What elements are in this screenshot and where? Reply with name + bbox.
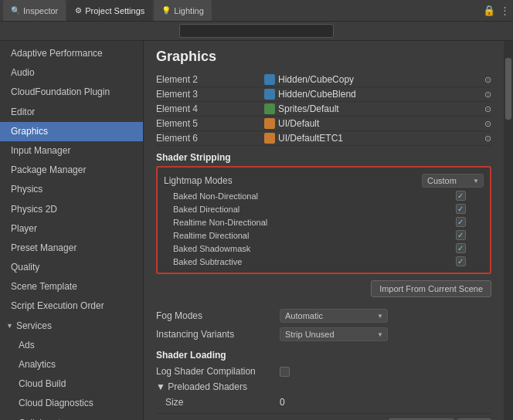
size-value: 0	[280, 397, 491, 408]
preloaded-shaders-label: ▼ Preloaded Shaders	[156, 381, 280, 392]
baked-shadowmask-label: Baked Shadowmask	[164, 244, 437, 253]
sidebar-item-scene-template[interactable]: Scene Template	[0, 277, 143, 296]
lightmap-modes-dropdown-wrap: Custom Automatic Manual	[422, 174, 484, 188]
sidebar-item-label: CloudFoundation Plugin	[11, 85, 110, 100]
element-clear-icon[interactable]: ⊙	[484, 90, 491, 100]
import-from-scene-button[interactable]: Import From Current Scene	[371, 280, 491, 297]
sidebar-item-ads[interactable]: Ads	[0, 336, 143, 355]
expand-arrow-icon: ▼	[6, 320, 13, 331]
instancing-variants-dropdown-wrap: Strip Unused Keep All	[280, 327, 388, 341]
sidebar-item-label: Adaptive Performance	[11, 46, 103, 61]
sidebar-item-adaptive-performance[interactable]: Adaptive Performance	[0, 44, 143, 63]
sidebar-item-preset-manager[interactable]: Preset Manager	[0, 239, 143, 258]
fog-modes-label: Fog Modes	[156, 310, 280, 321]
realtime-directional-row: Realtime Directional	[164, 229, 484, 242]
element-label: Element 3	[156, 89, 264, 100]
sidebar-item-label: Scene Template	[11, 279, 77, 294]
sidebar-item-package-manager[interactable]: Package Manager	[0, 161, 143, 180]
sidebar-item-script-execution-order[interactable]: Script Execution Order	[0, 296, 143, 316]
sidebar-item-label: Physics 2D	[11, 202, 57, 217]
sidebar-item-input-manager[interactable]: Input Manager	[0, 141, 143, 161]
fog-modes-select[interactable]: Automatic Manual	[280, 309, 388, 323]
element-icon	[264, 74, 275, 85]
instancing-variants-label: Instancing Variants	[156, 329, 280, 340]
scrollbar[interactable]	[504, 41, 513, 420]
sidebar-item-label: Ads	[19, 338, 35, 353]
baked-non-directional-checkbox[interactable]	[456, 191, 466, 201]
sidebar-item-collaborate[interactable]: Collaborate	[0, 414, 143, 420]
baked-subtractive-row: Baked Subtractive	[164, 255, 484, 268]
tab-inspector[interactable]: 🔍 Inspector	[3, 0, 66, 21]
sidebar-item-audio[interactable]: Audio	[0, 63, 143, 83]
element-clear-icon[interactable]: ⊙	[484, 75, 491, 85]
element-value: UI/DefaultETC1	[264, 133, 481, 144]
instancing-variants-select[interactable]: Strip Unused Keep All	[280, 327, 388, 341]
scroll-thumb[interactable]	[505, 58, 511, 120]
search-input[interactable]	[179, 24, 334, 38]
table-row: Element 3 Hidden/CubeBlend ⊙	[156, 87, 491, 102]
lightmap-modes-select[interactable]: Custom Automatic Manual	[422, 174, 484, 188]
shader-loading-header: Shader Loading	[156, 350, 491, 361]
inspector-icon: 🔍	[11, 6, 20, 15]
table-row: Element 4 Sprites/Default ⊙	[156, 102, 491, 117]
sidebar-item-quality[interactable]: Quality	[0, 258, 143, 277]
instancing-variants-row: Instancing Variants Strip Unused Keep Al…	[156, 325, 491, 344]
realtime-directional-checkbox[interactable]	[456, 230, 466, 240]
sidebar-item-label: Graphics	[11, 124, 48, 139]
page-title: Graphics	[156, 49, 491, 65]
sidebar-item-cloudfoundation[interactable]: CloudFoundation Plugin	[0, 83, 143, 102]
baked-shadowmask-checkbox[interactable]	[456, 243, 466, 253]
tab-project-settings[interactable]: ⚙ Project Settings	[67, 0, 152, 21]
sidebar-item-label: Audio	[11, 66, 35, 80]
preloaded-shaders-row: ▼ Preloaded Shaders	[156, 379, 491, 395]
lock-icon[interactable]: 🔒	[483, 5, 495, 16]
baked-subtractive-checkbox[interactable]	[456, 256, 466, 266]
baked-non-directional-label: Baked Non-Directional	[164, 191, 437, 201]
sidebar-item-label: Collaborate	[19, 416, 66, 420]
element-icon	[264, 133, 275, 144]
realtime-non-directional-label: Realtime Non-Directional	[164, 218, 437, 227]
fog-modes-row: Fog Modes Automatic Manual	[156, 307, 491, 325]
element-text: UI/DefaultETC1	[278, 133, 343, 144]
tab-project-settings-label: Project Settings	[85, 6, 144, 15]
sidebar-item-physics2d[interactable]: Physics 2D	[0, 200, 143, 219]
sidebar-item-label: Analytics	[19, 357, 56, 372]
element-label: Element 6	[156, 133, 264, 144]
sidebar-item-label: Services	[16, 319, 52, 334]
baked-directional-label: Baked Directional	[164, 205, 437, 214]
element-clear-icon[interactable]: ⊙	[484, 104, 491, 114]
element-clear-icon[interactable]: ⊙	[484, 119, 491, 129]
table-row: Element 5 UI/Default ⊙	[156, 117, 491, 131]
element-clear-icon[interactable]: ⊙	[484, 134, 491, 144]
sidebar-item-editor[interactable]: Editor	[0, 103, 143, 122]
element-value: Hidden/CubeBlend	[264, 89, 481, 100]
element-icon	[264, 89, 275, 100]
sidebar-item-label: Preset Manager	[11, 241, 76, 256]
sidebar-item-graphics[interactable]: Graphics	[0, 122, 143, 141]
sidebar-item-physics[interactable]: Physics	[0, 180, 143, 199]
sidebar-item-cloud-diagnostics[interactable]: Cloud Diagnostics	[0, 394, 143, 413]
sidebar-item-cloud-build[interactable]: Cloud Build	[0, 374, 143, 394]
log-shader-row: Log Shader Compilation	[156, 364, 491, 379]
baked-directional-checkbox[interactable]	[456, 204, 466, 214]
main-layout: Adaptive Performance Audio CloudFoundati…	[0, 41, 513, 420]
realtime-non-directional-checkbox[interactable]	[456, 217, 466, 227]
sidebar-section-services[interactable]: ▼ Services	[0, 317, 143, 336]
log-shader-checkbox[interactable]	[280, 367, 290, 377]
lightmap-modes-row: Lightmap Modes Custom Automatic Manual	[164, 172, 484, 189]
lightmap-modes-label: Lightmap Modes	[164, 175, 422, 186]
element-value: Hidden/CubeCopy	[264, 74, 481, 85]
element-icon	[264, 118, 275, 129]
sidebar-item-label: Physics	[11, 182, 42, 197]
top-bar: 🔍 Inspector ⚙ Project Settings 💡 Lightin…	[0, 0, 513, 22]
sidebar-item-analytics[interactable]: Analytics	[0, 355, 143, 374]
shader-stripping-header: Shader Stripping	[156, 152, 491, 163]
sidebar-item-player[interactable]: Player	[0, 219, 143, 239]
tab-lighting[interactable]: 💡 Lighting	[154, 0, 212, 21]
element-text: Hidden/CubeBlend	[278, 89, 356, 100]
element-text: UI/Default	[278, 118, 319, 129]
baked-non-directional-row: Baked Non-Directional	[164, 189, 484, 202]
more-options-icon[interactable]: ⋮	[500, 5, 510, 16]
baked-subtractive-label: Baked Subtractive	[164, 257, 437, 266]
gear-icon: ⚙	[75, 6, 82, 15]
